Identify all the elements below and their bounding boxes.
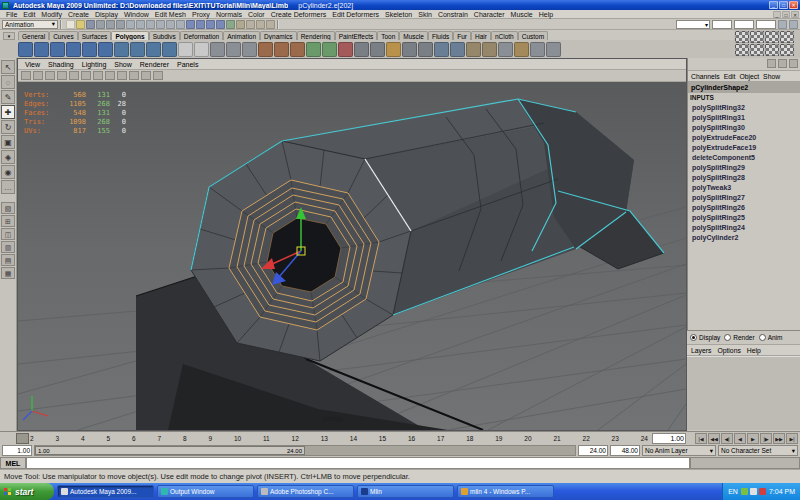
command-input[interactable] [26,457,690,469]
channel-node[interactable]: polySplitRing30 [688,123,800,133]
play-forward-button[interactable]: ▶ [747,433,759,444]
shelf-tab[interactable]: Muscle [399,31,428,40]
taskbar-button[interactable]: mlin 4 - Windows P... [457,485,554,498]
shelf-tab[interactable]: Curves [49,31,78,40]
menu-item[interactable]: Edit Mesh [152,11,189,18]
titlebar[interactable]: Autodesk Maya 2009 Unlimited: D:\Downloa… [0,0,800,10]
shelf-boolean-intersect-icon[interactable] [290,42,305,57]
shelf-poly-prism-icon[interactable] [114,42,129,57]
move-tool[interactable]: ✚ [1,105,15,119]
mask-curves-icon[interactable] [146,20,155,29]
shelf-boolean-union-icon[interactable] [258,42,273,57]
channel-box-menu-item[interactable]: Show [763,73,780,80]
menu-set-dropdown[interactable]: Animation ▾ [2,20,58,29]
tray-security-icon[interactable] [759,488,766,495]
menu-item[interactable]: Constrain [435,11,471,18]
shelf-poly-helix-icon[interactable] [162,42,177,57]
shelf-poly-pipe-icon[interactable] [146,42,161,57]
menu-item[interactable]: Edit [20,11,38,18]
shelf-tab[interactable]: Animation [223,31,260,40]
vp-lights-icon[interactable] [129,71,139,80]
shelf-poly-cylinder-icon[interactable] [50,42,65,57]
layer-menu-item[interactable]: Layers [691,347,711,354]
shelf-wedge-icon[interactable] [466,42,481,57]
render-icon[interactable] [246,20,255,29]
coord-x-field[interactable] [712,20,732,29]
channel-node[interactable]: polySplitRing27 [688,193,800,203]
range-track[interactable]: 1.00 24.00 [34,445,576,456]
channel-node[interactable]: polyCylinder2 [688,233,800,243]
channel-box-menu-icon[interactable] [789,59,798,68]
channel-node[interactable]: polySplitRing32 [688,103,800,113]
shelf-tab[interactable]: PaintEffects [335,31,378,40]
channel-node[interactable]: polyExtrudeFace20 [688,133,800,143]
go-to-end-button[interactable]: ▶| [786,433,798,444]
current-frame-marker[interactable] [16,433,29,444]
vp-xray-icon[interactable] [153,71,163,80]
shape-node-name[interactable]: pCylinderShape2 [688,82,800,93]
channel-box-menu-item[interactable]: Edit [724,73,736,80]
shelf-poly-torus-icon[interactable] [98,42,113,57]
snap-plane-icon[interactable] [216,20,225,29]
snap-grid-icon[interactable] [186,20,195,29]
shelf-bridge-icon[interactable] [402,42,417,57]
shelf-poly-pyramid-icon[interactable] [130,42,145,57]
vp-bookmark-icon[interactable] [57,71,67,80]
menu-item[interactable]: Modify [38,11,65,18]
shelf-tab[interactable]: Custom [518,31,548,40]
coord-z-field[interactable] [756,20,776,29]
shelf-bevel-icon[interactable] [450,42,465,57]
texture-checker-icon[interactable] [780,44,794,56]
toggle-channel-box-icon[interactable] [789,20,798,29]
menu-item[interactable]: Proxy [189,11,213,18]
shelf-menu-icon[interactable]: ▾ [3,32,15,40]
snap-curve-icon[interactable] [196,20,205,29]
shelf-extrude-icon[interactable] [386,42,401,57]
shelf-duplicate-face-icon[interactable] [498,42,513,57]
shelf-poly-cone-icon[interactable] [66,42,81,57]
shelf-boolean-difference-icon[interactable] [274,42,289,57]
channel-box-menu-item[interactable]: Channels [691,73,720,80]
scene-new-icon[interactable] [66,20,75,29]
scale-tool[interactable]: ▣ [1,135,15,149]
start-button[interactable]: start [0,483,54,500]
menu-item[interactable]: Create Deformers [268,11,330,18]
shelf-poly-sphere-icon[interactable] [18,42,33,57]
last-tool[interactable]: … [1,180,15,194]
menu-item[interactable]: Muscle [508,11,536,18]
render-settings-icon[interactable] [266,20,275,29]
layout-single-persp[interactable]: ▧ [1,202,15,214]
texture-checker-icon[interactable] [735,44,749,56]
taskbar-button[interactable]: Output Window [157,485,254,498]
menu-item[interactable]: Skin [415,11,435,18]
channel-node[interactable]: polySplitRing25 [688,213,800,223]
panel-menu-item[interactable]: Lighting [79,61,110,68]
language-indicator[interactable]: EN [728,488,738,495]
layer-list[interactable] [687,356,800,430]
anim-layer-dropdown[interactable]: No Anim Layer ▾ [642,445,716,456]
taskbar-button[interactable]: Mlin [357,485,454,498]
vp-camera-attrs-icon[interactable] [45,71,55,80]
channel-node[interactable]: polyTweak3 [688,183,800,193]
minimize-button[interactable]: _ [769,1,778,9]
shelf-poly-platonic-icon[interactable] [194,42,209,57]
vp-select-camera-icon[interactable] [21,71,31,80]
doc-close-button[interactable]: ✕ [791,11,799,18]
mel-label[interactable]: MEL [0,457,26,469]
shelf-smooth-icon[interactable] [306,42,321,57]
selection-mask-combo[interactable]: ▾ [676,20,710,29]
mask-handles-icon[interactable] [126,20,135,29]
layout-hypershade[interactable]: ▤ [1,254,15,266]
range-start-field[interactable]: 1.00 [2,445,32,456]
current-time-field[interactable]: 1.00 [652,433,686,444]
soft-mod-tool[interactable]: ◉ [1,165,15,179]
layout-four-view[interactable]: ⊞ [1,215,15,227]
toolbar-divider[interactable] [60,20,64,29]
channel-manip-icon[interactable] [767,59,776,68]
panel-menu-item[interactable]: Shading [45,61,77,68]
lasso-tool[interactable]: ◌ [1,75,15,89]
layer-mode-radio[interactable]: Display [690,334,720,341]
vp-textured-icon[interactable] [117,71,127,80]
texture-checker-icon[interactable] [750,31,764,43]
channel-node[interactable]: polySplitRing24 [688,223,800,233]
